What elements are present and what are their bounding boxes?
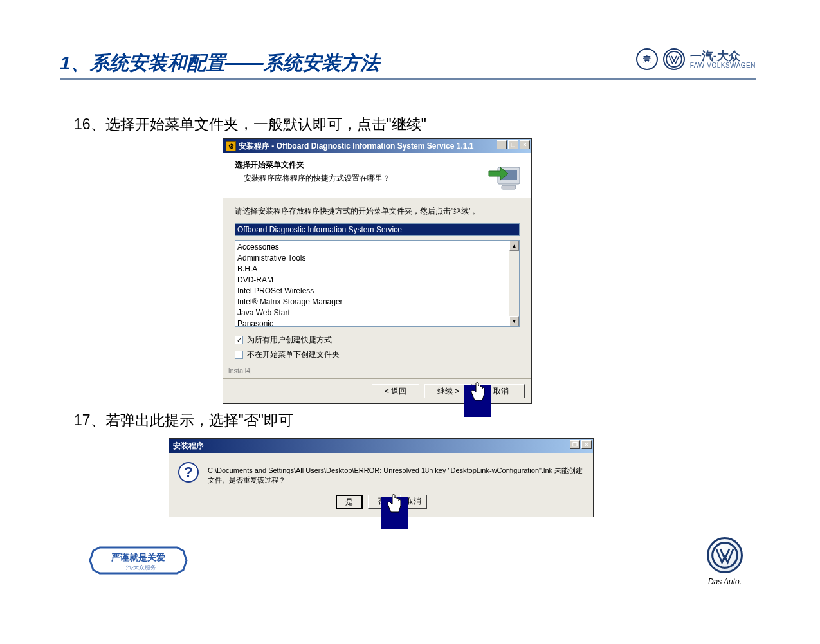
folder-list-item[interactable]: B.H.A — [237, 264, 517, 275]
vw-footer-logo: Das Auto. — [707, 537, 743, 586]
minimize-button[interactable]: _ — [497, 140, 507, 149]
scrollbar-vertical[interactable]: ▲ ▼ — [509, 241, 519, 326]
install4j-label: install4j — [223, 364, 531, 379]
folder-list-item[interactable]: Administrative Tools — [237, 253, 517, 264]
question-icon: ? — [178, 462, 199, 483]
startmenu-folder-input[interactable] — [235, 223, 520, 236]
brand-logo-top: 壹 一汽-大众 FAW-VOLKSWAGEN — [636, 48, 756, 70]
folder-list-item[interactable]: Intel® Matrix Storage Manager — [237, 297, 517, 308]
vw-logo-icon — [663, 48, 685, 70]
close-button[interactable]: × — [520, 140, 530, 149]
brand-text-cn: 一汽-大众 — [690, 50, 756, 62]
installer-window: ⚙ 安装程序 - Offboard Diagnostic Information… — [223, 138, 532, 404]
das-auto-text: Das Auto. — [707, 577, 743, 586]
folder-list-item[interactable]: Intel PROSet Wireless — [237, 286, 517, 297]
folder-list-item[interactable]: Panasonic — [237, 318, 517, 327]
checkbox-no-folder-label: 不在开始菜单下创建文件夹 — [247, 349, 340, 360]
yes-button[interactable]: 是 — [336, 495, 363, 509]
hand-cursor-icon — [381, 497, 408, 529]
scroll-up-icon[interactable]: ▲ — [509, 241, 519, 251]
installer-header: 选择开始菜单文件夹 安装程序应将程序的快捷方式设置在哪里？ — [223, 153, 531, 198]
folder-list-item[interactable]: Java Web Start — [237, 308, 517, 318]
folder-listbox[interactable]: AccessoriesAdministrative ToolsB.H.ADVD-… — [235, 240, 520, 327]
title-underline — [60, 78, 756, 80]
hand-cursor-icon — [464, 385, 491, 417]
error-title-text: 安装程序 — [173, 441, 204, 452]
back-button[interactable]: < 返回 — [372, 384, 419, 398]
service-badge: 严谨就是关爱 一汽-大众服务 — [87, 544, 190, 576]
footer-badge-line1: 严谨就是关爱 — [87, 552, 190, 564]
slide-title: 1、系统安装和配置——系统安装方法 — [60, 50, 379, 77]
installer-app-icon: ⚙ — [226, 141, 236, 151]
installer-title-text: 安装程序 - Offboard Diagnostic Information S… — [239, 141, 473, 152]
vw-logo-icon — [707, 537, 743, 573]
installer-header-image — [486, 160, 525, 195]
checkbox-no-folder[interactable] — [235, 351, 243, 359]
step-16-text: 16、选择开始菜单文件夹，一般默认即可，点击"继续" — [74, 115, 426, 134]
installer-header-subtitle: 安装程序应将程序的快捷方式设置在哪里？ — [244, 173, 520, 184]
step-17-text: 17、若弹出此提示，选择"否"即可 — [74, 410, 293, 430]
footer-badge-line2: 一汽-大众服务 — [87, 564, 190, 572]
installer-titlebar: ⚙ 安装程序 - Offboard Diagnostic Information… — [223, 139, 531, 153]
checkbox-all-users[interactable]: ✓ — [235, 336, 243, 344]
error-restore-button[interactable]: ❐ — [570, 440, 580, 449]
installer-header-title: 选择开始菜单文件夹 — [235, 160, 520, 170]
brand-text-en: FAW-VOLKSWAGEN — [690, 62, 756, 69]
maximize-button[interactable]: □ — [508, 140, 518, 149]
folder-list-item[interactable]: DVD-RAM — [237, 275, 517, 286]
scroll-down-icon[interactable]: ▼ — [509, 316, 519, 326]
folder-list-item[interactable]: Accessories — [237, 242, 517, 253]
installer-instruction: 请选择安装程序存放程序快捷方式的开始菜单文件夹，然后点击"继续"。 — [235, 206, 520, 217]
checkbox-all-users-label: 为所有用户创建快捷方式 — [247, 335, 332, 345]
error-titlebar: 安装程序 ❐ × — [169, 439, 593, 453]
svg-rect-3 — [502, 185, 516, 189]
error-close-button[interactable]: × — [581, 440, 592, 449]
error-message: C:\Documents and Settings\All Users\Desk… — [208, 462, 584, 486]
faw-emblem-icon: 壹 — [636, 48, 658, 70]
